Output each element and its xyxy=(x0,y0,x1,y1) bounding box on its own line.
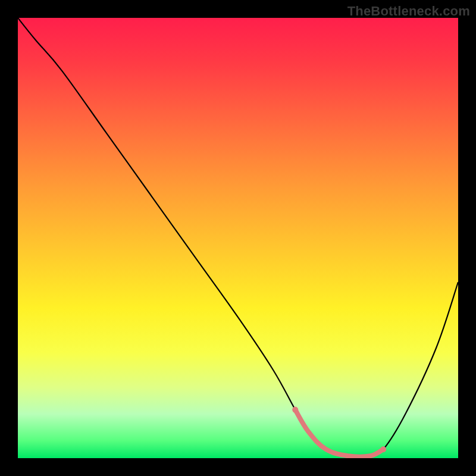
watermark-text: TheBottleneck.com xyxy=(347,4,470,19)
highlight-dot xyxy=(292,407,298,413)
highlight-dot xyxy=(380,446,386,452)
plot-area xyxy=(18,18,458,458)
bottleneck-curve xyxy=(18,18,458,457)
curve-layer xyxy=(18,18,458,458)
chart-frame: TheBottleneck.com xyxy=(0,0,476,476)
operating-range-highlight xyxy=(295,410,383,457)
